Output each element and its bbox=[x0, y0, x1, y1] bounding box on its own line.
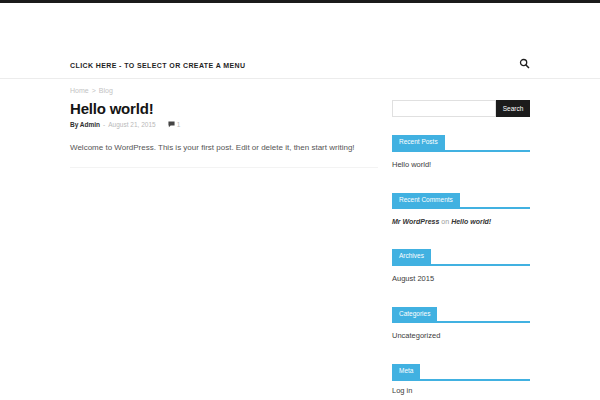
post-date: August 21, 2015 bbox=[108, 121, 155, 128]
archive-link[interactable]: August 2015 bbox=[392, 274, 530, 283]
widget-meta-title: Meta bbox=[392, 364, 420, 379]
comment-post-link[interactable]: Hello world! bbox=[451, 218, 491, 225]
comment-connector: on bbox=[441, 218, 449, 225]
widget-categories-header: Categories bbox=[392, 307, 530, 324]
search-input[interactable] bbox=[392, 100, 496, 117]
widget-categories-title: Categories bbox=[392, 307, 437, 322]
meta-login-link[interactable]: Log in bbox=[392, 386, 530, 396]
widget-recent-comments-title: Recent Comments bbox=[392, 193, 460, 208]
widget-recent-posts: Recent Posts Hello world! bbox=[392, 135, 530, 169]
widget-archives-title: Archives bbox=[392, 249, 431, 264]
post-body-text: Welcome to WordPress. This is your first… bbox=[70, 142, 378, 154]
widget-archives: Archives August 2015 bbox=[392, 249, 530, 283]
post-byline: By Admin - August 21, 2015 1 bbox=[70, 121, 378, 128]
breadcrumb: Home>Blog bbox=[70, 87, 530, 94]
header-search-button[interactable] bbox=[518, 57, 530, 69]
breadcrumb-separator: > bbox=[92, 87, 96, 94]
search-button[interactable]: Search bbox=[496, 100, 530, 117]
search-icon bbox=[519, 58, 530, 69]
comments-count: 1 bbox=[177, 121, 181, 128]
widget-recent-posts-title: Recent Posts bbox=[392, 135, 445, 150]
breadcrumb-current: Blog bbox=[99, 87, 113, 94]
comment-author-link[interactable]: Mr WordPress bbox=[392, 218, 439, 225]
breadcrumb-home-link[interactable]: Home bbox=[70, 87, 89, 94]
recent-post-link[interactable]: Hello world! bbox=[392, 160, 530, 169]
byline-separator: - bbox=[103, 121, 105, 128]
sidebar: Search Recent Posts Hello world! Recent … bbox=[392, 97, 530, 400]
recent-comment-item: Mr WordPressonHello world! bbox=[392, 218, 530, 225]
category-link[interactable]: Uncategorized bbox=[392, 331, 530, 340]
select-menu-link[interactable]: CLICK HERE - TO SELECT OR CREATE A MENU bbox=[70, 62, 245, 69]
widget-recent-posts-header: Recent Posts bbox=[392, 135, 530, 152]
site-header: CLICK HERE - TO SELECT OR CREATE A MENU bbox=[0, 3, 600, 79]
comment-bubble-icon bbox=[168, 121, 175, 128]
widget-meta-header: Meta bbox=[392, 364, 530, 381]
main-content: Hello world! By Admin - August 21, 2015 … bbox=[70, 97, 378, 400]
widget-recent-comments-header: Recent Comments bbox=[392, 193, 530, 210]
comments-count-link[interactable]: 1 bbox=[168, 121, 181, 128]
post-footer-divider bbox=[70, 167, 378, 168]
page-title[interactable]: Hello world! bbox=[70, 100, 378, 117]
widget-categories: Categories Uncategorized bbox=[392, 307, 530, 341]
widget-recent-comments: Recent Comments Mr WordPressonHello worl… bbox=[392, 193, 530, 226]
post-author-link[interactable]: By Admin bbox=[70, 121, 100, 128]
sidebar-search-form: Search bbox=[392, 100, 530, 117]
widget-meta: Meta Log in Entries RSS Comments RSS bbox=[392, 364, 530, 400]
widget-archives-header: Archives bbox=[392, 249, 530, 266]
